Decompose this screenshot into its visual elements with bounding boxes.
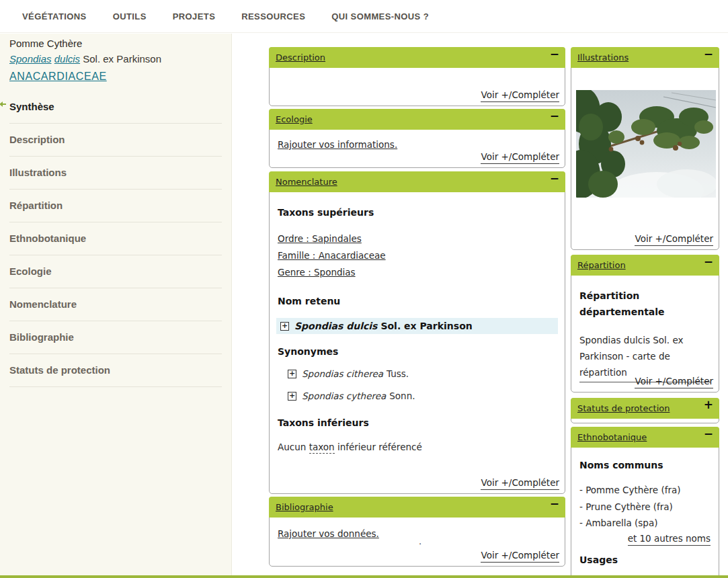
bibliographie-voir-completer-link[interactable]: Voir +/Compléter: [481, 550, 559, 563]
repartition-panel-header: Répartition −: [571, 255, 719, 276]
nav-qui-sommes-nous[interactable]: QUI SOMMES-NOUS ?: [331, 11, 429, 22]
bibliographie-add-data-link[interactable]: Rajouter vos données.: [278, 528, 379, 539]
noms-communs-heading: Noms communs: [579, 460, 711, 470]
no-taxon-post: inférieur référencé: [335, 442, 422, 452]
description-voir-completer-link[interactable]: Voir +/Compléter: [481, 89, 559, 102]
nomenclature-voir-completer-link[interactable]: Voir +/Compléter: [481, 477, 559, 490]
collapse-icon[interactable]: −: [704, 255, 713, 268]
sidebar-item-nomenclature[interactable]: Nomenclature: [9, 288, 222, 321]
collapse-icon[interactable]: −: [704, 47, 713, 60]
collapse-icon[interactable]: −: [550, 109, 559, 122]
nomenclature-body: Taxons supérieurs Ordre : Sapindales Fam…: [270, 192, 565, 452]
ecologie-panel-title[interactable]: Ecologie: [276, 114, 313, 124]
ethnobotanique-panel: Ethnobotanique − Noms communs - Pomme Cy…: [571, 427, 719, 578]
description-panel-title[interactable]: Description: [276, 52, 325, 63]
sidebar-item-ecologie[interactable]: Ecologie: [9, 255, 222, 288]
illustrations-voir-completer-link[interactable]: Voir +/Compléter: [635, 233, 713, 246]
expand-node-icon[interactable]: +: [280, 322, 289, 331]
more-names-link[interactable]: et 10 autres noms: [579, 533, 711, 544]
famille-link[interactable]: Famille : Anacardiaceae: [278, 247, 386, 264]
repartition-panel-title[interactable]: Répartition: [577, 260, 626, 270]
sidebar-item-label: Ethnobotanique: [9, 233, 86, 244]
species-photo[interactable]: [576, 90, 716, 198]
expand-icon[interactable]: +: [704, 398, 713, 411]
synonym-sci[interactable]: Spondias citherea: [302, 368, 383, 379]
right-column: Illustrations −: [571, 47, 719, 578]
expand-node-icon[interactable]: +: [288, 370, 296, 378]
ethnobotanique-body: Noms communs - Pomme Cythère (fra) - Pru…: [571, 448, 719, 571]
nomenclature-panel-header: Nomenclature −: [269, 171, 565, 192]
sidebar-item-label: Bibliographie: [9, 331, 74, 343]
retained-name-sci[interactable]: Spondias dulcis: [294, 321, 377, 331]
tree-photo-image: [576, 90, 716, 198]
sidebar-item-bibliographie[interactable]: Bibliographie: [9, 321, 222, 354]
bibliographie-panel-title[interactable]: Bibliographie: [276, 502, 333, 512]
sidebar-item-description[interactable]: Description: [9, 124, 222, 157]
species-family-link[interactable]: ANACARDIACEAE: [9, 69, 107, 84]
no-inferior-taxon-text: Aucun taxon inférieur référencé: [278, 442, 557, 452]
taxons-inferieurs-heading: Taxons inférieurs: [278, 417, 557, 428]
repartition-heading: Répartition départementale: [579, 288, 711, 320]
repartition-body: Répartition départementale Spondias dulc…: [571, 276, 719, 388]
statuts-panel-title[interactable]: Statuts de protection: [577, 403, 670, 413]
collapse-icon[interactable]: −: [550, 497, 559, 510]
statuts-panel: Statuts de protection +: [571, 398, 719, 423]
species-author: Sol. ex Parkinson: [83, 53, 161, 65]
nav-projets[interactable]: PROJETS: [173, 11, 215, 22]
expand-node-icon[interactable]: +: [288, 392, 296, 401]
synonym-row: + Spondias cytherea Sonn.: [278, 390, 557, 401]
nomenclature-panel-title[interactable]: Nomenclature: [276, 177, 337, 187]
sidebar-item-illustrations[interactable]: Illustrations: [9, 157, 222, 190]
footer-accent-bar: [0, 575, 728, 578]
sidebar-item-label: Description: [9, 134, 65, 145]
no-taxon-pre: Aucun: [278, 442, 309, 452]
retained-name-author: Sol. ex Parkinson: [380, 321, 472, 331]
sidebar-item-label: Statuts de protection: [9, 364, 110, 376]
synonym-author: Sonn.: [389, 390, 415, 401]
repartition-panel: Répartition − Répartition départementale…: [571, 255, 719, 393]
species-epithet-link[interactable]: dulcis: [54, 53, 80, 65]
nav-outils[interactable]: OUTILS: [113, 11, 147, 22]
statuts-panel-header: Statuts de protection +: [571, 398, 719, 419]
species-page: VÉGÉTATIONS OUTILS PROJETS RESSOURCES QU…: [0, 0, 728, 578]
synonym-row: + Spondias citherea Tuss.: [278, 368, 557, 379]
common-names-list: - Pomme Cythère (fra) - Prune Cythère (f…: [579, 482, 711, 532]
nav-ressources[interactable]: RESSOURCES: [241, 11, 305, 22]
illustrations-panel-title[interactable]: Illustrations: [577, 52, 629, 63]
ecologie-panel: Ecologie − Rajouter vos informations. Vo…: [269, 109, 565, 168]
species-genus-link[interactable]: Spondias: [9, 53, 52, 65]
sidebar-item-synthese[interactable]: Synthèse: [9, 91, 222, 124]
nom-retenu-heading: Nom retenu: [278, 296, 557, 306]
sidebar-item-label: Synthèse: [9, 101, 54, 112]
ethnobotanique-panel-title[interactable]: Ethnobotanique: [577, 432, 647, 442]
bibliographie-panel: Bibliographie − Rajouter vos données. . …: [269, 497, 565, 567]
nav-vegetations[interactable]: VÉGÉTATIONS: [22, 11, 87, 22]
repartition-voir-completer-link[interactable]: Voir +/Compléter: [635, 376, 713, 388]
ethnobotanique-panel-header: Ethnobotanique −: [571, 427, 719, 448]
ecologie-panel-header: Ecologie −: [269, 109, 565, 130]
taxons-superieurs-heading: Taxons supérieurs: [278, 207, 557, 218]
common-name-item: - Pomme Cythère (fra): [579, 482, 711, 499]
genre-link[interactable]: Genre : Spondias: [278, 264, 356, 281]
collapse-icon[interactable]: −: [550, 171, 559, 185]
description-panel-header: Description −: [269, 47, 565, 68]
collapse-icon[interactable]: −: [550, 47, 559, 60]
retained-name-row: + Spondias dulcis Sol. ex Parkinson: [276, 318, 558, 334]
ordre-link[interactable]: Ordre : Sapindales: [278, 231, 362, 247]
synonymes-heading: Synonymes: [278, 346, 557, 357]
bibliographie-panel-header: Bibliographie −: [269, 497, 565, 518]
ecologie-add-info-link[interactable]: Rajouter vos informations.: [278, 139, 397, 150]
more-names-label: et 10 autres noms: [628, 533, 711, 546]
species-common-name: Pomme Cythère: [9, 36, 231, 51]
ecologie-voir-completer-link[interactable]: Voir +/Compléter: [481, 151, 559, 164]
illustrations-panel-header: Illustrations −: [571, 47, 719, 68]
nomenclature-panel: Nomenclature − Taxons supérieurs Ordre :…: [269, 171, 565, 494]
center-column: Description − Voir +/Compléter Ecologie …: [269, 47, 565, 567]
taxon-tooltip-term[interactable]: taxon: [309, 442, 335, 454]
sidebar-item-statuts[interactable]: Statuts de protection: [9, 354, 222, 387]
collapse-icon[interactable]: −: [704, 427, 713, 440]
sidebar-item-ethnobotanique[interactable]: Ethnobotanique: [9, 222, 222, 255]
distribution-map-link[interactable]: Spondias dulcis Sol. ex Parkinson - cart…: [579, 332, 711, 382]
synonym-sci[interactable]: Spondias cytherea: [302, 390, 386, 401]
sidebar-item-repartition[interactable]: Répartition: [9, 190, 222, 222]
